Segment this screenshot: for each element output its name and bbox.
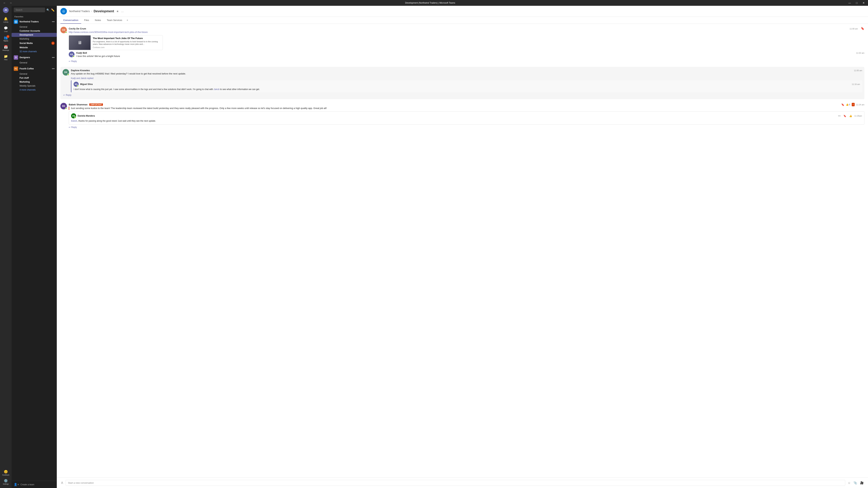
sidebar-item-teams[interactable]: 👥 Teams 2 <box>1 34 10 43</box>
avatar[interactable]: JD <box>3 7 9 13</box>
team-fourth-coffee-name: Fourth Coffee <box>20 67 51 70</box>
channel-fc-general[interactable]: General <box>11 72 57 76</box>
composer: A Start a new conversation ☺ 📎 🎥 <box>57 478 868 488</box>
files-icon: 📁 <box>4 55 8 58</box>
message-link-1[interactable]: http://www.contoso.com/3054433/the-most-… <box>69 31 148 33</box>
avatar-cecily-status <box>65 31 67 33</box>
message-header-1: Cecily De Crum 11:00 am 🔖 <box>69 27 864 30</box>
team-fourth-coffee-header[interactable]: FC Fourth Coffee ••• <box>11 65 57 72</box>
create-team-button[interactable]: 👤+ Create a team <box>11 481 57 488</box>
sidebar: 🔍 ✏️ Favorites ◎ Northwind Traders ••• G… <box>11 6 57 488</box>
link-preview-img-1: 🖥 <box>69 35 91 50</box>
nested-sender-daniela: Daniela Mandera <box>78 115 95 117</box>
sidebar-item-files[interactable]: 📁 Files <box>1 53 10 62</box>
channel-designers-general[interactable]: General <box>11 61 57 65</box>
tab-team-services[interactable]: Team Services <box>104 17 125 24</box>
mention-babek[interactable]: Babek <box>71 120 77 122</box>
format-icon: A <box>61 481 63 484</box>
link-preview-1: 🖥 The Most Important Tech Jobs Of The Fu… <box>69 35 163 50</box>
message-row-1: CD Cecily De Crum 11:00 am 🔖 http://www.… <box>60 27 864 50</box>
sidebar-item-activity[interactable]: 🔔 Activity <box>1 15 10 24</box>
nav-back-button[interactable]: ← <box>2 1 7 5</box>
add-tab-button[interactable]: + <box>125 17 130 24</box>
replies-indicator-2[interactable]: Kadji and Jakob replied <box>71 77 862 79</box>
sidebar-item-settings[interactable]: ⚙️ Settings <box>1 478 10 486</box>
fourth-coffee-more-channels[interactable]: 4 more channels <box>11 88 57 92</box>
team-northwind-name: Northwind Traders <box>20 21 51 23</box>
attach-button[interactable]: 📎 <box>853 480 858 485</box>
channel-website[interactable]: Website <box>11 45 57 50</box>
social-media-badge: 2 <box>51 41 55 45</box>
tab-files[interactable]: Files <box>81 17 92 24</box>
channel-logo: ◎ <box>60 8 67 14</box>
compose-button[interactable]: ✏️ <box>51 8 55 12</box>
format-button[interactable]: A <box>60 481 64 485</box>
channel-marketing-label: Marketing <box>20 38 29 40</box>
like-group: 👍 6 <box>846 103 850 106</box>
northwind-more-channels[interactable]: 32 more channels <box>11 50 57 54</box>
avatar-miguel-status <box>77 85 79 87</box>
team-northwind-more-button[interactable]: ••• <box>52 20 55 23</box>
nested-more-button[interactable]: ••• <box>837 114 841 118</box>
emoji-button[interactable]: ☺ <box>847 480 851 485</box>
sidebar-item-chat[interactable]: 💬 Chat <box>1 25 10 34</box>
avatar-daniela-status <box>74 117 76 119</box>
channel-social-media-label: Social Media <box>20 42 33 44</box>
reply-button-2[interactable]: ↩ Reply <box>63 93 71 97</box>
sidebar-item-feedback[interactable]: 😊 Feedback <box>1 468 10 477</box>
avatar-kadji-initials: KB <box>70 53 73 56</box>
channel-fun-stuff[interactable]: Fun stuff <box>11 76 57 80</box>
minimize-button[interactable]: — <box>847 1 852 5</box>
channel-development[interactable]: Development <box>11 33 57 37</box>
channel-customer-accounts-label: Customer Accounts <box>20 30 40 32</box>
star-button[interactable]: ★ <box>116 9 119 13</box>
reply-button-3[interactable]: ↩ Reply <box>69 125 77 129</box>
avatar-daphne-initials: DK <box>64 71 67 73</box>
team-northwind-header[interactable]: ◎ Northwind Traders ••• <box>11 19 57 25</box>
tab-notes[interactable]: Notes <box>92 17 104 24</box>
reply-icon-2: ↩ <box>63 94 65 96</box>
nested-bookmark-button[interactable]: 🔖 <box>843 114 847 118</box>
compose-actions: ☺ 📎 🎥 <box>847 480 864 485</box>
team-designers-header[interactable]: D Designers ••• <box>11 54 57 61</box>
nested-message-2: MS Miguel Silva 11:16 am I don't know wh… <box>71 80 862 92</box>
channel-social-media[interactable]: Social Media 2 <box>11 41 57 45</box>
channel-customer-accounts[interactable]: Customer Accounts <box>11 29 57 33</box>
reply-button-1[interactable]: ↩ Reply <box>69 59 77 63</box>
message-row-3: BS Babek Shammas ‼IMPORTANT 🔖 👍 6 <box>60 103 864 110</box>
chat-label: Chat <box>4 31 7 32</box>
meetings-label: Meetings <box>3 50 9 51</box>
channel-more-button[interactable]: … <box>121 9 124 13</box>
channel-weekly-specials[interactable]: Weekly Specials <box>11 84 57 88</box>
team-designers-more-button[interactable]: ••• <box>52 56 55 59</box>
avatar-cecily-initials: CD <box>62 29 65 31</box>
tab-conversation[interactable]: Conversation <box>60 17 81 24</box>
reply-label-1: Reply <box>71 60 77 63</box>
bookmark-icon-1: 🔖 <box>861 27 864 30</box>
compose-input[interactable]: Start a new conversation <box>66 480 845 486</box>
close-button[interactable]: ✕ <box>862 1 866 5</box>
create-team-label: Create a team <box>21 483 34 486</box>
search-icon[interactable]: 🔍 <box>46 8 50 11</box>
sidebar-item-meetings[interactable]: 📅 Meetings <box>1 44 10 53</box>
channel-name: Development <box>94 9 114 13</box>
channel-marketing[interactable]: Marketing <box>11 37 57 41</box>
team-fourth-coffee-more-button[interactable]: ••• <box>52 67 55 70</box>
channel-fc-marketing[interactable]: Marketing <box>11 80 57 84</box>
team-designers-avatar: D <box>14 55 18 60</box>
channel-title-group: Northwind Traders › Development <box>69 9 114 13</box>
video-button[interactable]: 🎥 <box>859 480 864 485</box>
mention-jakob[interactable]: Jakob <box>214 88 220 91</box>
message-time-kadji: 11:02 am <box>856 52 864 54</box>
nested-like-button[interactable]: 👍 <box>848 114 853 118</box>
message-time-1: 11:00 am <box>849 28 858 30</box>
avatar-kadji-status <box>73 56 74 57</box>
message-text-2: Any update on the bug #456892 that I fil… <box>71 72 862 75</box>
search-input[interactable] <box>14 8 45 12</box>
teams-badge: 2 <box>6 35 9 38</box>
meetings-icon: 📅 <box>4 45 8 49</box>
maximize-button[interactable]: □ <box>855 1 859 5</box>
channel-general[interactable]: General <box>11 25 57 29</box>
nav-forward-button[interactable]: → <box>8 1 13 5</box>
left-rail: JD 🔔 Activity 💬 Chat 👥 Teams 2 📅 Meeting… <box>0 6 11 488</box>
